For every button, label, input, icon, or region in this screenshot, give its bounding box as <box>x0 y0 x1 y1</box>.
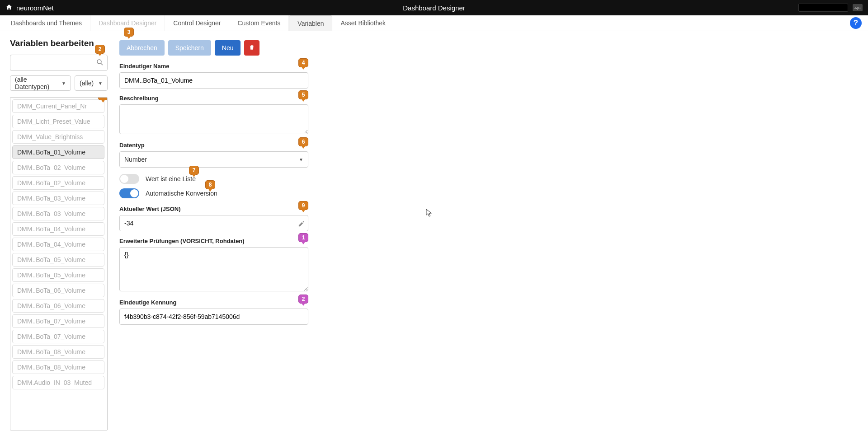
field-uuid: 2 Eindeutige Kennung <box>119 299 308 325</box>
svg-line-1 <box>101 63 103 65</box>
select-dtype[interactable]: Number ▼ <box>119 151 308 168</box>
button-row: 3 Abbrechen Speichern Neu <box>119 40 308 56</box>
new-button[interactable]: Neu <box>215 40 241 56</box>
variable-list[interactable]: DMM_Current_Panel_NrDMM_Licht_Preset_Val… <box>12 99 105 428</box>
annotation-p1: 1 <box>298 233 308 242</box>
topbar: neuroomNet Dashboard Designer A|B <box>0 0 868 15</box>
annotation-1: 1 <box>98 97 108 100</box>
lang-label: A|B <box>854 6 861 10</box>
label-uuid: Eindeutige Kennung <box>119 299 308 306</box>
trash-icon <box>249 44 255 52</box>
variable-item[interactable]: DMM..BoTa_02_Volume <box>12 161 104 174</box>
home-icon <box>5 4 13 12</box>
cancel-button[interactable]: Abbrechen <box>119 40 165 56</box>
annotation-4: 4 <box>298 58 308 67</box>
annotation-8: 8 <box>205 180 215 189</box>
variable-item[interactable]: DMM..BoTa_02_Volume <box>12 176 104 190</box>
field-name: 4 Eindeutiger Name <box>119 63 308 89</box>
input-cur-val[interactable] <box>119 215 308 231</box>
tab-asset-bibliothek[interactable]: Asset Bibliothek <box>332 15 394 31</box>
variable-item[interactable]: DMM..BoTa_01_Volume <box>12 145 104 159</box>
user-block[interactable] <box>798 4 848 12</box>
caret-down-icon: ▼ <box>98 81 103 86</box>
filter-datatype[interactable]: (alle Datentypen) ▼ <box>10 75 71 91</box>
svg-point-0 <box>97 60 101 64</box>
brand-text: neuroomNet <box>16 4 54 12</box>
help-button[interactable]: ? <box>850 17 862 29</box>
sidebar: Variablen bearbeiten 2 (alle Datentypen)… <box>0 31 114 435</box>
annotation-2: 2 <box>95 45 105 54</box>
variable-item[interactable]: DMM_Value_Brightniss <box>12 130 104 144</box>
variable-item[interactable]: DMM..BoTa_07_Volume <box>12 330 104 343</box>
variable-item[interactable]: DMM..BoTa_04_Volume <box>12 238 104 251</box>
save-button[interactable]: Speichern <box>168 40 211 56</box>
editor: 3 Abbrechen Speichern Neu 4 Eindeutiger … <box>114 31 868 435</box>
delete-button[interactable] <box>244 40 259 56</box>
annotation-5: 5 <box>298 90 308 99</box>
select-dtype-value: Number <box>124 156 147 163</box>
tab-variablen[interactable]: Variablen <box>289 15 332 31</box>
variable-item[interactable]: DMM_Licht_Preset_Value <box>12 115 104 128</box>
filter-all-label: (alle) <box>80 80 94 87</box>
lang-switch[interactable]: A|B <box>853 4 863 11</box>
label-ext-checks: Erweiterte Prüfungen (VORSICHT, Rohdaten… <box>119 238 308 244</box>
annotation-9: 9 <box>298 201 308 210</box>
brand[interactable]: neuroomNet <box>5 4 54 12</box>
variable-item[interactable]: DMM..BoTa_03_Volume <box>12 192 104 205</box>
field-cur-val: 9 Aktueller Wert (JSON) <box>119 206 308 231</box>
annotation-p2: 2 <box>298 295 308 304</box>
edit-icon[interactable] <box>298 220 305 229</box>
content: Variablen bearbeiten 2 (alle Datentypen)… <box>0 31 868 435</box>
caret-down-icon: ▼ <box>299 157 303 162</box>
field-dtype: 6 Datentyp Number ▼ <box>119 142 308 168</box>
filter-row: (alle Datentypen) ▼ (alle) ▼ <box>10 75 108 91</box>
variable-list-wrap: 1 DMM_Current_Panel_NrDMM_Licht_Preset_V… <box>10 97 108 430</box>
filter-datatype-label: (alle Datentypen) <box>15 76 57 90</box>
variable-item[interactable]: DMM..BoTa_06_Volume <box>12 299 104 313</box>
search-input[interactable] <box>10 55 108 71</box>
label-auto-conv: Automatische Konversion <box>146 190 217 197</box>
variable-item[interactable]: DMM..BoTa_04_Volume <box>12 222 104 236</box>
annotation-6: 6 <box>298 137 308 146</box>
caret-down-icon: ▼ <box>61 81 66 86</box>
label-name: Eindeutiger Name <box>119 63 308 70</box>
input-name[interactable] <box>119 72 308 89</box>
toggle-auto-conv[interactable] <box>119 188 139 198</box>
field-ext-checks: 1 Erweiterte Prüfungen (VORSICHT, Rohdat… <box>119 238 308 293</box>
tab-custom-events[interactable]: Custom Events <box>229 15 289 31</box>
label-dtype: Datentyp <box>119 142 308 149</box>
variable-item[interactable]: DMM..BoTa_07_Volume <box>12 314 104 328</box>
variable-item[interactable]: DMM..BoTa_08_Volume <box>12 360 104 374</box>
filter-all[interactable]: (alle) ▼ <box>75 75 108 91</box>
label-desc: Beschreibung <box>119 95 308 102</box>
variable-item[interactable]: DMM..BoTa_08_Volume <box>12 345 104 359</box>
cursor-icon <box>426 209 432 218</box>
input-uuid[interactable] <box>119 309 308 325</box>
variable-item[interactable]: DMM..BoTa_05_Volume <box>12 268 104 282</box>
label-is-list: Wert ist eine Liste <box>146 175 196 182</box>
tab-dashboards-themes[interactable]: Dashboards und Themes <box>3 15 90 31</box>
app-title: Dashboard Designer <box>403 4 465 12</box>
input-ext-checks[interactable]: {} <box>119 247 308 291</box>
tab-control-designer[interactable]: Control Designer <box>165 15 229 31</box>
search-icon[interactable] <box>96 58 104 68</box>
annotation-7: 7 <box>189 166 199 175</box>
help-icon: ? <box>850 17 862 29</box>
label-cur-val: Aktueller Wert (JSON) <box>119 206 308 212</box>
variable-item[interactable]: DMM..BoTa_03_Volume <box>12 207 104 220</box>
toggle-row-autoconv: Automatische Konversion 8 <box>119 188 308 198</box>
field-desc: 5 Beschreibung <box>119 95 308 136</box>
variable-item[interactable]: DMM..BoTa_05_Volume <box>12 253 104 267</box>
search-wrap: 2 <box>10 55 108 71</box>
variable-item[interactable]: DMM..BoTa_06_Volume <box>12 284 104 297</box>
variable-item[interactable]: DMM.Audio_IN_03_Muted <box>12 376 104 389</box>
toggle-is-list[interactable] <box>119 174 139 184</box>
variable-item[interactable]: DMM_Current_Panel_Nr <box>12 99 104 113</box>
sidebar-heading: Variablen bearbeiten <box>10 38 108 48</box>
annotation-3: 3 <box>124 28 134 37</box>
input-desc[interactable] <box>119 104 308 134</box>
